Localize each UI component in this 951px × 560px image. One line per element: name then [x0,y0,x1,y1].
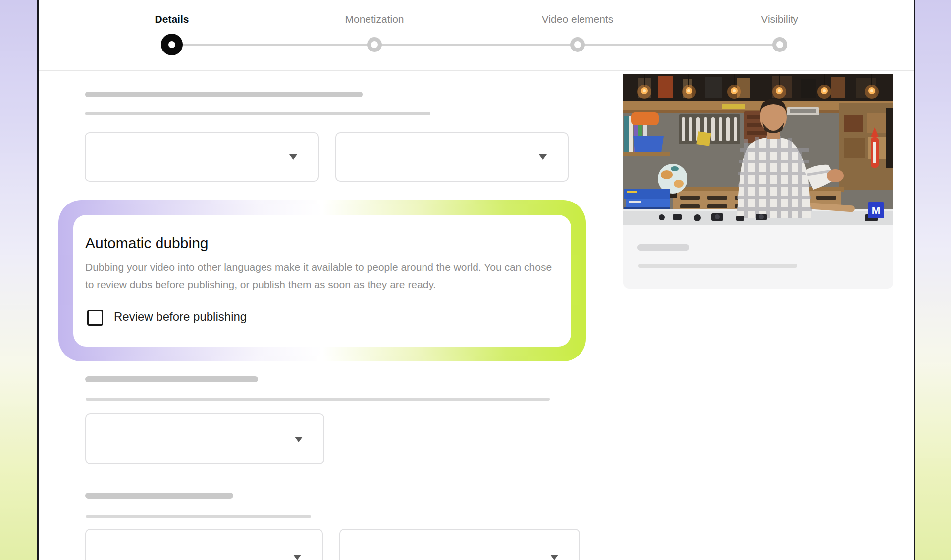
upload-stepper: Details Monetization Video elements Visi… [39,0,914,71]
review-before-publishing-label[interactable]: Review before publishing [114,310,247,324]
automatic-dubbing-title: Automatic dubbing [85,235,209,252]
redacted-text-bar [85,112,430,115]
automatic-dubbing-highlight-frame: Automatic dubbing Dubbing your video int… [58,200,586,361]
review-before-publishing-checkbox[interactable] [87,310,103,326]
redacted-link-bar [637,244,689,251]
step-visibility-dot-icon[interactable] [772,37,787,52]
step-video-elements-dot-icon[interactable] [570,37,585,52]
redacted-text-bar [86,515,311,518]
step-visibility-label: Visibility [715,13,844,25]
step-details[interactable]: Details [107,0,236,25]
category-dropdown[interactable] [85,413,324,464]
redacted-heading-bar [85,376,258,382]
video-thumbnail-preview[interactable] [623,74,893,225]
step-details-label: Details [107,13,236,25]
step-video-elements-label: Video elements [513,13,642,25]
stepper-connector-line [172,44,780,46]
automatic-dubbing-card: Automatic dubbing Dubbing your video int… [73,215,571,347]
step-video-elements[interactable]: Video elements [513,0,642,25]
chevron-down-icon [539,154,547,160]
step-monetization[interactable]: Monetization [310,0,439,25]
redacted-filename-bar [638,264,797,268]
step-monetization-label: Monetization [310,13,439,25]
bottom-dropdown-2[interactable] [339,529,580,560]
chevron-down-icon [295,437,303,442]
redacted-heading-bar [85,493,233,499]
upload-dialog: Details Monetization Video elements Visi… [37,0,915,560]
language-dropdown-2[interactable] [335,132,569,182]
step-monetization-dot-icon[interactable] [367,37,382,52]
channel-badge: M [868,202,884,218]
workshop-scene-image [623,74,893,225]
language-dropdown-1[interactable] [85,132,319,182]
step-visibility[interactable]: Visibility [715,0,844,25]
chevron-down-icon [550,555,558,560]
bottom-dropdown-1[interactable] [85,529,323,560]
step-details-dot-icon[interactable] [161,34,183,55]
redacted-heading-bar [85,92,363,97]
chevron-down-icon [293,555,301,560]
automatic-dubbing-description: Dubbing your video into other languages … [85,258,553,293]
chevron-down-icon [289,154,297,160]
redacted-text-bar [86,398,550,401]
video-meta-panel [623,225,893,289]
